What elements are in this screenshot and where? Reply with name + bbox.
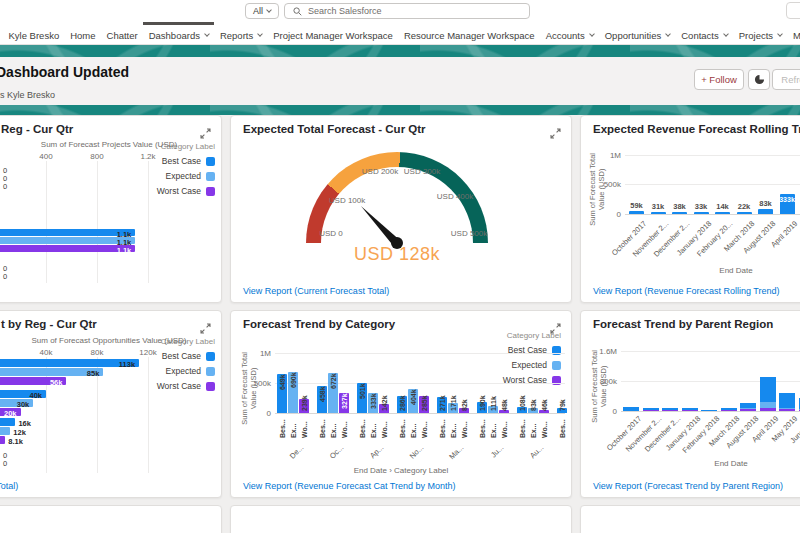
gauge-tick-label: USD 200k <box>362 167 398 176</box>
page-subtitle: s Kyle Bresko <box>0 90 55 100</box>
bar-value-label: Wo... <box>381 421 388 438</box>
bar-segment[interactable] <box>740 408 756 409</box>
view-report-link[interactable]: View Report (Revenue Forecast Cat Trend … <box>243 481 455 491</box>
bar-segment[interactable] <box>643 410 659 411</box>
bar[interactable] <box>715 212 730 214</box>
gridline <box>625 184 800 185</box>
bar-segment[interactable] <box>721 408 737 409</box>
bar-value-label: Ex... <box>490 424 497 438</box>
bar[interactable] <box>694 212 709 214</box>
gauge-tick-label: USD 400k <box>437 192 473 201</box>
bar-segment[interactable] <box>779 393 795 408</box>
decorative-teal-band <box>0 45 800 57</box>
bar[interactable] <box>0 427 10 435</box>
x-axis-tick: 1.2k <box>140 152 155 161</box>
dashboard-grid: Reg - Cur Qtr Category Label Best Case E… <box>0 115 800 533</box>
bar-segment[interactable] <box>701 410 717 411</box>
page-title: Dashboard Updated <box>0 64 129 80</box>
view-report-link[interactable]: View Report (Current Forecast Total) <box>243 286 389 296</box>
bar-segment[interactable] <box>779 408 795 409</box>
nav-tab-home[interactable]: Home <box>65 22 101 45</box>
view-report-link[interactable]: tegory Total) <box>0 481 18 491</box>
bar-value-label: 8.1k <box>8 437 23 446</box>
bar-segment[interactable] <box>643 408 659 409</box>
nav-tab-label: Resource Manager Workspace <box>404 30 535 41</box>
chevron-down-icon <box>665 31 671 37</box>
bar-value-label: 333k <box>370 393 377 409</box>
bar-value-label: 1.1k <box>0 246 131 255</box>
chevron-down-icon <box>723 31 729 37</box>
pie-icon-button[interactable] <box>748 69 770 90</box>
bar-segment[interactable] <box>662 408 678 410</box>
bar-value-label: 79k <box>559 399 566 411</box>
bar-value-label: Bes... <box>319 419 326 438</box>
nav-tab-kyle-bresko[interactable]: Kyle Bresko <box>3 22 65 45</box>
bar-value-label: Wo... <box>421 421 428 438</box>
bar[interactable] <box>737 212 752 214</box>
nav-tab-dashboards[interactable]: Dashboards <box>143 22 214 45</box>
nav-tab-milestones[interactable]: Milestones <box>788 22 800 45</box>
nav-tab-chatter[interactable]: Chatter <box>101 22 143 45</box>
bar[interactable] <box>651 212 666 214</box>
refresh-button[interactable]: Refresh <box>772 69 800 90</box>
bar-segment[interactable] <box>662 410 678 411</box>
view-report-link[interactable]: View Report (Revenue Forecast Rolling Tr… <box>593 286 779 296</box>
y-axis-tick: 500k <box>591 180 621 189</box>
bar-value-label: 0 <box>3 459 7 468</box>
bar-segment[interactable] <box>721 410 737 411</box>
bar-value-label: 271k <box>439 395 446 411</box>
nav-tab-projects[interactable]: Projects <box>733 22 787 45</box>
gauge-value: USD 128k <box>354 244 440 265</box>
nav-tab-label: Reports <box>220 30 253 41</box>
header-utility-button[interactable] <box>786 2 800 19</box>
bar-segment[interactable] <box>623 407 639 412</box>
nav-tab-resource-manager-workspace[interactable]: Resource Manager Workspace <box>398 22 540 45</box>
bar-value-label: Wo... <box>341 421 348 438</box>
stacked-vbar-chart: Sum of Forecast Total Value (USD)1.6M800… <box>581 311 800 497</box>
bar-value-label: Ex... <box>330 424 337 438</box>
dashboard-header: Dashboard Updated s Kyle Bresko + Follow… <box>0 57 800 105</box>
bar-segment[interactable] <box>740 409 756 411</box>
bar[interactable] <box>758 209 773 214</box>
gridline <box>275 353 565 354</box>
follow-button[interactable]: + Follow <box>694 69 744 90</box>
bar[interactable] <box>629 211 644 214</box>
search-icon <box>293 7 302 16</box>
salesforce-dashboard-screen: All Search Salesforce Kyle BreskoHomeCha… <box>0 0 800 533</box>
bar[interactable] <box>672 212 687 214</box>
bar-segment[interactable] <box>760 377 776 402</box>
bar-value-label: Bes... <box>439 419 446 438</box>
x-axis-tick: 40k <box>40 348 53 357</box>
bar-value-label: Bes... <box>359 419 366 438</box>
x-axis-tick: 400 <box>39 152 52 161</box>
bar-value-label: Wo... <box>501 421 508 438</box>
gridline <box>621 351 800 352</box>
view-report-link[interactable]: View Report (Forecast Trend by Parent Re… <box>593 481 783 491</box>
gauge-tick-label: USD 500k <box>451 229 487 238</box>
bar-segment[interactable] <box>760 408 776 411</box>
nav-tab-accounts[interactable]: Accounts <box>540 22 599 45</box>
y-axis-tick: 0 <box>591 210 621 219</box>
bar-segment[interactable] <box>682 410 698 411</box>
navigation-bar: Kyle BreskoHomeChatterDashboardsReportsP… <box>0 22 800 45</box>
bar-value-label: 12k <box>13 428 26 437</box>
pie-icon <box>754 74 765 85</box>
bar[interactable] <box>0 436 5 444</box>
bar[interactable] <box>0 418 15 426</box>
nav-tab-label: Home <box>70 30 95 41</box>
nav-tab-reports[interactable]: Reports <box>214 22 267 45</box>
bar-segment[interactable] <box>682 408 698 410</box>
bar-segment[interactable] <box>760 402 776 407</box>
bar-value-label: 333k <box>778 196 797 203</box>
bar-segment[interactable] <box>779 409 795 411</box>
bar-value-label: Wo... <box>541 421 548 438</box>
nav-tab-contacts[interactable]: Contacts <box>676 22 734 45</box>
y-axis-tick: 800k <box>587 377 617 386</box>
search-scope-select[interactable]: All <box>245 3 279 19</box>
search-input[interactable]: Search Salesforce <box>284 3 530 19</box>
nav-tab-opportunities[interactable]: Opportunities <box>599 22 676 45</box>
bar-value-label: Bes... <box>279 419 286 438</box>
bar-segment[interactable] <box>740 403 756 407</box>
nav-tab-label: Milestones <box>793 30 800 41</box>
nav-tab-project-manager-workspace[interactable]: Project Manager Workspace <box>268 22 399 45</box>
